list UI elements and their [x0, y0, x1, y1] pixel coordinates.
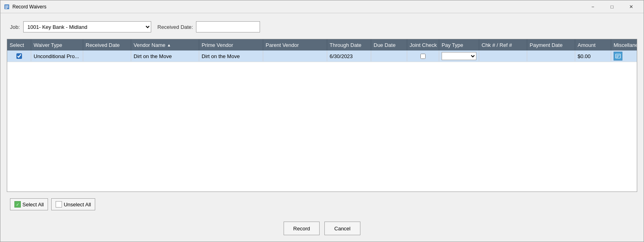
pay-type-dropdown[interactable]	[442, 52, 476, 60]
select-all-check-icon: ✓	[14, 201, 21, 208]
col-header-waiver-type: Waiver Type	[31, 39, 83, 50]
main-window: Record Waivers − □ ✕ Job: 1001- Key Bank…	[0, 0, 644, 242]
received-date-field-group: Received Date:	[158, 21, 260, 32]
row-through-date-cell: 6/30/2023	[327, 51, 371, 61]
row-misc-cell[interactable]	[611, 50, 637, 62]
row-pay-type-cell[interactable]	[439, 51, 479, 61]
row-amount-value: $0.00	[578, 53, 591, 59]
col-header-amount: Amount	[575, 39, 611, 50]
row-parent-vendor-cell	[263, 51, 327, 61]
form-bar: Job: 1001- Key Bank - Midland Received D…	[7, 20, 637, 34]
table-row: Unconditional Pro... Dirt on the Move Di…	[7, 50, 637, 62]
unselect-all-check-icon	[56, 201, 62, 208]
col-header-joint-check: Joint Check	[407, 39, 439, 50]
title-bar: Record Waivers − □ ✕	[0, 0, 644, 13]
row-checkbox[interactable]	[16, 53, 22, 59]
content-area: Job: 1001- Key Bank - Midland Received D…	[0, 13, 644, 218]
select-all-label: Select All	[22, 202, 44, 208]
select-all-button[interactable]: ✓ Select All	[10, 198, 48, 210]
row-waiver-type-cell: Unconditional Pro...	[31, 51, 83, 61]
row-prime-vendor-value: Dirt on the Move	[202, 53, 240, 59]
row-amount-cell: $0.00	[575, 51, 611, 61]
data-grid: Select Waiver Type Received Date Vendor …	[7, 39, 637, 192]
row-due-date-cell	[371, 51, 407, 61]
col-header-parent-vendor: Parent Vendor	[263, 39, 327, 50]
job-field-group: Job: 1001- Key Bank - Midland	[10, 21, 151, 32]
col-header-select: Select	[7, 39, 31, 50]
svg-rect-2	[5, 7, 8, 8]
vendor-name-sort-icon: ▲	[167, 43, 171, 47]
close-button[interactable]: ✕	[622, 1, 640, 13]
grid-header: Select Waiver Type Received Date Vendor …	[7, 39, 637, 50]
col-header-prime-vendor: Prime Vendor	[199, 39, 263, 50]
row-select-cell[interactable]	[7, 51, 31, 61]
window-title: Record Waivers	[12, 4, 584, 10]
row-prime-vendor-cell: Dirt on the Move	[199, 51, 263, 61]
col-header-pay-type: Pay Type	[439, 39, 479, 50]
col-header-vendor-name: Vendor Name ▲	[131, 39, 199, 50]
row-vendor-name-cell: Dirt on the Move	[131, 51, 199, 61]
col-header-received-date: Received Date	[83, 39, 131, 50]
cancel-button[interactable]: Cancel	[324, 222, 360, 235]
row-chk-ref-cell	[479, 51, 527, 61]
row-through-date-value: 6/30/2023	[330, 53, 353, 59]
col-header-due-date: Due Date	[371, 39, 407, 50]
record-button[interactable]: Record	[284, 222, 320, 235]
col-header-miscellaneous: Miscellaneous	[611, 39, 637, 50]
bottom-actions-bar: ✓ Select All Unselect All	[7, 197, 637, 212]
col-header-through-date: Through Date	[327, 39, 371, 50]
job-select[interactable]: 1001- Key Bank - Midland	[23, 21, 151, 32]
window-icon	[4, 4, 10, 10]
svg-rect-1	[5, 6, 8, 6]
unselect-all-label: Unselect All	[64, 202, 91, 208]
grid-body: Unconditional Pro... Dirt on the Move Di…	[7, 50, 637, 192]
row-vendor-name-value: Dirt on the Move	[134, 53, 172, 59]
svg-rect-3	[5, 8, 7, 9]
maximize-button[interactable]: □	[603, 1, 621, 13]
unselect-all-button[interactable]: Unselect All	[51, 198, 95, 210]
row-waiver-type-value: Unconditional Pro...	[34, 53, 79, 59]
joint-check-checkbox[interactable]	[420, 54, 426, 59]
received-date-input[interactable]	[196, 21, 260, 32]
row-payment-date-cell	[527, 51, 575, 61]
col-header-payment-date: Payment Date	[527, 39, 575, 50]
job-label: Job:	[10, 24, 20, 30]
received-date-label: Received Date:	[158, 24, 193, 30]
row-received-date-cell	[83, 51, 131, 61]
misc-icon-button[interactable]	[614, 52, 622, 60]
minimize-button[interactable]: −	[584, 1, 602, 13]
window-controls: − □ ✕	[584, 1, 640, 13]
row-joint-check-cell[interactable]	[407, 51, 439, 61]
footer-buttons: Record Cancel	[0, 218, 644, 242]
col-header-chk-ref: Chk # / Ref #	[479, 39, 527, 50]
